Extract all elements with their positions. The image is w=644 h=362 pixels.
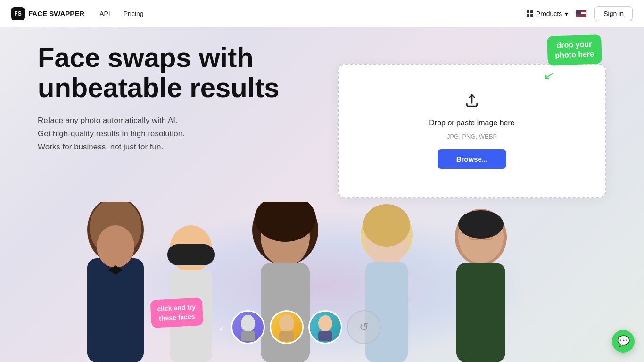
face-circle-2[interactable] [270, 310, 304, 344]
hero-title: Face swaps with unbeatable results [38, 42, 302, 103]
nav-links: API Pricing [99, 10, 143, 17]
svg-rect-28 [318, 331, 332, 341]
nav-api[interactable]: API [99, 10, 110, 17]
upload-formats: JPG, PNG, WEBP [447, 133, 497, 140]
try-callout: click and try these faces [150, 297, 204, 328]
chevron-down-icon: ▾ [565, 10, 568, 17]
drop-callout-line1: drop your [557, 40, 592, 49]
hero-left: Face swaps with unbeatable results Refac… [38, 42, 302, 154]
face-circle-1[interactable] [231, 310, 265, 344]
hero-desc-line3: Works for business, not just for fun. [38, 142, 163, 151]
logo-icon: FS [11, 7, 25, 20]
hero-description: Reface any photo automatically with AI. … [38, 114, 302, 154]
hero-desc-line2: Get high-quality results in high resolut… [38, 129, 185, 138]
chat-button[interactable]: 💬 [612, 330, 635, 353]
products-label: Products [536, 10, 562, 17]
nav-pricing[interactable]: Pricing [124, 10, 144, 17]
drop-callout-line2: photo here [555, 49, 594, 59]
upload-dropzone[interactable]: Drop or paste image here JPG, PNG, WEBP … [338, 64, 606, 198]
logo[interactable]: FS FACE SWAPPER [11, 7, 84, 20]
face-circles-row: ↺ [231, 310, 381, 344]
face-avatar-1 [236, 313, 260, 341]
hero-desc-line1: Reface any photo automatically with AI. [38, 116, 178, 125]
face-circle-refresh[interactable]: ↺ [347, 310, 381, 344]
products-button[interactable]: Products ▾ [527, 10, 568, 17]
svg-point-27 [318, 315, 332, 331]
flag-icon[interactable] [576, 10, 587, 17]
try-line1: click and try [157, 303, 196, 313]
upload-drop-text: Drop or paste image here [429, 119, 514, 127]
face-avatar-2 [275, 313, 298, 341]
svg-point-23 [241, 315, 255, 332]
chat-icon: 💬 [617, 335, 630, 347]
drop-callout: drop your photo here [547, 34, 602, 66]
try-line2: these faces [159, 312, 195, 321]
sign-in-button[interactable]: Sign in [594, 6, 633, 21]
svg-point-25 [279, 314, 294, 332]
main-content: Face swaps with unbeatable results Refac… [0, 0, 644, 362]
logo-text: FACE SWAPPER [28, 9, 84, 17]
nav-right: Products ▾ Sign in [527, 6, 633, 21]
face-circle-3[interactable] [308, 310, 342, 344]
upload-container: drop your photo here ↙ Drop or paste ima… [338, 35, 606, 198]
svg-rect-24 [241, 331, 255, 341]
grid-icon [527, 10, 533, 17]
refresh-icon: ↺ [359, 321, 369, 334]
upload-icon [464, 93, 479, 111]
browse-button[interactable]: Browse... [438, 149, 507, 169]
navbar: FS FACE SWAPPER API Pricing Products ▾ S… [0, 0, 644, 27]
svg-rect-26 [279, 331, 294, 341]
face-avatar-3 [314, 313, 337, 341]
